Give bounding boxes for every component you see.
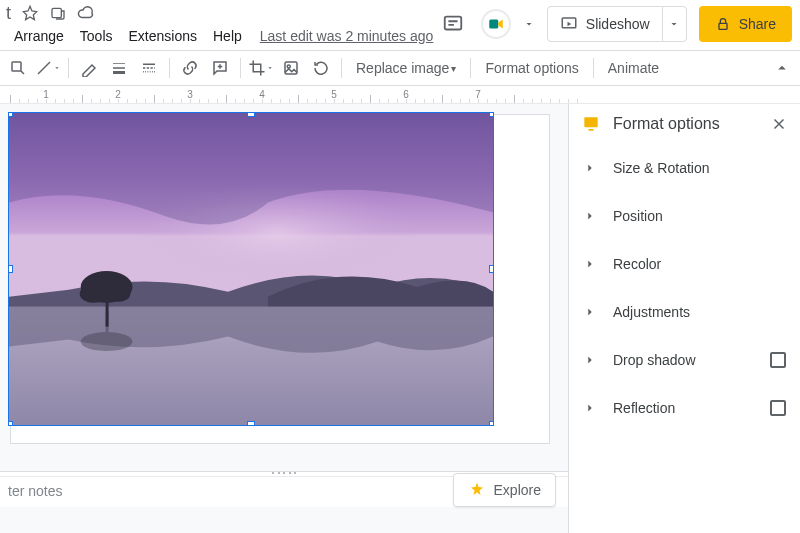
replace-image-label: Replace image xyxy=(356,60,449,76)
svg-rect-6 xyxy=(285,62,297,74)
grip-icon xyxy=(272,472,296,476)
menu-extensions[interactable]: Extensions xyxy=(121,24,205,48)
mask-image-icon[interactable] xyxy=(277,54,305,82)
star-icon[interactable] xyxy=(21,4,39,22)
chevron-right-icon xyxy=(583,305,599,319)
menu-help[interactable]: Help xyxy=(205,24,250,48)
resize-handle-tr[interactable] xyxy=(489,112,494,117)
chevron-right-icon xyxy=(583,353,599,367)
sidebar-section-recolor[interactable]: Recolor xyxy=(569,240,800,288)
border-weight-icon[interactable] xyxy=(105,54,133,82)
toolbar-separator xyxy=(341,58,342,78)
sidebar-section-label: Recolor xyxy=(613,256,786,272)
chevron-right-icon xyxy=(583,401,599,415)
format-options-button[interactable]: Format options xyxy=(477,54,586,82)
svg-rect-15 xyxy=(106,312,109,333)
toolbar-separator xyxy=(169,58,170,78)
toolbar-separator xyxy=(68,58,69,78)
move-icon[interactable] xyxy=(49,4,67,22)
workspace: ter notes Explore Format options Size & … xyxy=(0,104,800,533)
canvas-area[interactable]: ter notes Explore xyxy=(0,104,568,533)
line-tool-icon[interactable] xyxy=(34,54,62,82)
resize-handle-l[interactable] xyxy=(8,265,13,273)
explore-button[interactable]: Explore xyxy=(453,473,556,507)
sidebar-section-label: Size & Rotation xyxy=(613,160,786,176)
landscape-image xyxy=(9,113,493,425)
sidebar-section-label: Drop shadow xyxy=(613,352,756,368)
doc-title-fragment[interactable]: t xyxy=(6,3,11,24)
explore-label: Explore xyxy=(494,482,541,498)
format-options-sidebar: Format options Size & RotationPositionRe… xyxy=(568,104,800,533)
svg-rect-18 xyxy=(589,129,594,131)
sidebar-header: Format options xyxy=(569,104,800,144)
sidebar-section-position[interactable]: Position xyxy=(569,192,800,240)
resize-handle-t[interactable] xyxy=(247,112,255,117)
svg-rect-17 xyxy=(584,117,597,127)
menu-tools[interactable]: Tools xyxy=(72,24,121,48)
animate-button[interactable]: Animate xyxy=(600,54,667,82)
border-dash-icon[interactable] xyxy=(135,54,163,82)
resize-handle-bl[interactable] xyxy=(8,421,13,426)
chevron-right-icon xyxy=(583,257,599,271)
toolbar-separator xyxy=(593,58,594,78)
horizontal-ruler[interactable]: 1234567 xyxy=(0,86,800,104)
resize-handle-br[interactable] xyxy=(489,421,494,426)
toolbar: Replace image▾ Format options Animate xyxy=(0,50,800,86)
sidebar-section-drop-shadow[interactable]: Drop shadow xyxy=(569,336,800,384)
replace-image-button[interactable]: Replace image▾ xyxy=(348,54,464,82)
selected-image[interactable] xyxy=(8,112,494,426)
explore-star-icon xyxy=(468,481,486,499)
menu-arrange[interactable]: Arrange xyxy=(6,24,72,48)
slide[interactable] xyxy=(10,114,550,444)
chevron-right-icon xyxy=(583,161,599,175)
svg-point-14 xyxy=(107,286,131,302)
border-color-icon[interactable] xyxy=(75,54,103,82)
resize-handle-r[interactable] xyxy=(489,265,494,273)
sidebar-section-size-rotation[interactable]: Size & Rotation xyxy=(569,144,800,192)
svg-rect-0 xyxy=(52,8,61,17)
cloud-icon[interactable] xyxy=(77,4,95,22)
crop-image-icon[interactable] xyxy=(247,54,275,82)
sidebar-section-label: Reflection xyxy=(613,400,756,416)
menu-bar: Arrange Tools Extensions Help Last edit … xyxy=(0,22,800,50)
sidebar-section-label: Position xyxy=(613,208,786,224)
chevron-right-icon xyxy=(583,209,599,223)
sidebar-section-adjustments[interactable]: Adjustments xyxy=(569,288,800,336)
section-checkbox[interactable] xyxy=(770,352,786,368)
toolbar-collapse-icon[interactable] xyxy=(768,54,796,82)
insert-link-icon[interactable] xyxy=(176,54,204,82)
close-icon[interactable] xyxy=(770,115,788,133)
section-checkbox[interactable] xyxy=(770,400,786,416)
svg-rect-5 xyxy=(12,62,21,71)
last-edit-link[interactable]: Last edit was 2 minutes ago xyxy=(260,28,434,44)
svg-point-16 xyxy=(81,332,133,351)
svg-point-7 xyxy=(287,65,290,68)
sidebar-section-reflection[interactable]: Reflection xyxy=(569,384,800,432)
add-comment-icon[interactable] xyxy=(206,54,234,82)
format-options-icon xyxy=(581,114,601,134)
toolbar-separator xyxy=(240,58,241,78)
sidebar-title: Format options xyxy=(613,115,758,133)
toolbar-separator xyxy=(470,58,471,78)
svg-point-13 xyxy=(80,285,108,303)
resize-handle-b[interactable] xyxy=(247,421,255,426)
resize-handle-tl[interactable] xyxy=(8,112,13,117)
sidebar-section-label: Adjustments xyxy=(613,304,786,320)
reset-image-icon[interactable] xyxy=(307,54,335,82)
title-row: t Slideshow xyxy=(0,0,800,22)
select-tool-icon[interactable] xyxy=(4,54,32,82)
